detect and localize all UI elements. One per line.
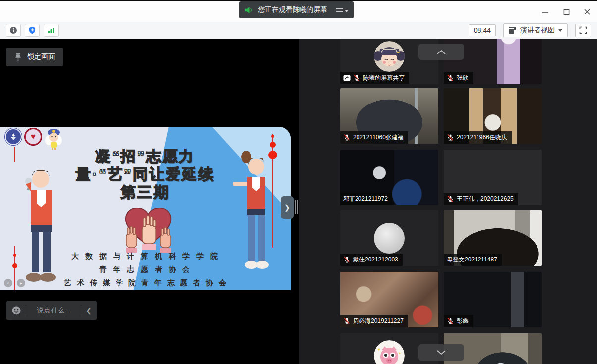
- participant-name: 周必海2019211227: [353, 317, 404, 325]
- speaker-icon: [244, 6, 254, 14]
- participant-tile[interactable]: 邓菲2021211972: [340, 150, 438, 205]
- participant-name-label: 张欣: [444, 72, 473, 84]
- org-line1: 大数据与计算机科学学院: [34, 249, 262, 262]
- mic-muted-icon: [447, 195, 454, 203]
- titlebar: 您正在观看陈曦的屏幕: [0, 0, 597, 22]
- org-line3: 艺术传媒学院青年志愿者协会: [34, 276, 262, 289]
- participant-tile[interactable]: 彭鑫: [444, 272, 542, 327]
- volunteer-logo-heart: ♥: [25, 128, 42, 145]
- red-dot: [12, 263, 17, 268]
- chat-quick-bar: 说点什么... ❮: [6, 301, 97, 320]
- slide-prev-icon: ‹: [4, 279, 12, 287]
- banner-menu-icon[interactable]: [336, 7, 349, 12]
- content-area: 锁定画面 ♥: [0, 39, 597, 364]
- menu-caret: [345, 10, 349, 12]
- meeting-window: 您正在观看陈曦的屏幕: [0, 0, 597, 364]
- mic-muted-icon: [447, 74, 454, 82]
- participant-tile[interactable]: 王正伟，2020212625: [444, 150, 542, 205]
- view-mode-label: 演讲者视图: [520, 26, 555, 35]
- menu-bars: [336, 8, 343, 12]
- shared-poster-slide: ♥ 凝“招”志愿力 量·“艺”: [0, 127, 291, 290]
- participant-name: 2021211966任晓庆: [457, 133, 507, 142]
- chevron-up-icon: [435, 49, 447, 55]
- red-dot: [270, 142, 276, 148]
- window-controls: [541, 1, 591, 23]
- shield-icon: [28, 26, 36, 34]
- fullscreen-button[interactable]: [575, 24, 591, 37]
- toolbar: 08:44 演讲者视图: [0, 22, 597, 39]
- participant-tile[interactable]: 母登文2021211487: [444, 210, 542, 266]
- divider: [26, 306, 26, 315]
- participant-name: 王正伟，2020212625: [457, 195, 514, 203]
- participant-tile[interactable]: 戴佳2021212003: [340, 210, 438, 266]
- participant-tile[interactable]: 2021211060张建福: [340, 88, 438, 144]
- poster-organizations: 大数据与计算机科学学院 青年志愿者协会 艺术传媒学院青年志愿者协会: [34, 249, 262, 289]
- participant-name-label: 邓菲2021211972: [340, 193, 392, 205]
- org-line2: 青年志愿者协会: [34, 262, 262, 276]
- participant-name-label: 2021211060张建福: [340, 131, 408, 144]
- mic-muted-icon: [343, 256, 351, 263]
- view-mode-selector[interactable]: 演讲者视图: [503, 23, 568, 37]
- mic-muted-icon: [447, 317, 454, 325]
- emoji-icon[interactable]: [11, 306, 21, 315]
- fullscreen-icon: [579, 26, 587, 34]
- participant-name: 母登文2021211487: [447, 256, 497, 264]
- layout-view-icon: [509, 26, 517, 34]
- red-dot: [268, 151, 277, 159]
- mic-muted-icon: [353, 74, 360, 82]
- participant-name: 2021211060张建福: [353, 133, 404, 142]
- anime-avatar: [374, 41, 405, 72]
- mascot-illustration: [45, 128, 62, 150]
- participant-name: 戴佳2021212003: [353, 256, 398, 264]
- participant-name-label: 彭鑫: [444, 315, 473, 327]
- chevron-down-icon: [435, 350, 447, 356]
- participant-name-label: 周必海2019211227: [340, 315, 408, 327]
- mic-muted-icon: [343, 134, 351, 141]
- maximize-button[interactable]: [562, 8, 570, 16]
- chat-collapse-icon[interactable]: ❮: [86, 307, 92, 314]
- participant-name-label: 陈曦的屏幕共享: [340, 72, 409, 84]
- participant-name: 张欣: [457, 74, 469, 82]
- slide-play-icon: ▸: [17, 279, 25, 287]
- participant-tile[interactable]: 周必海2019211227: [340, 272, 438, 327]
- banner-text: 您正在观看陈曦的屏幕: [258, 5, 327, 14]
- panel-collapse-handle[interactable]: ❯: [281, 196, 294, 219]
- pin-icon: [14, 53, 22, 61]
- participant-name: 陈曦的屏幕共享: [363, 74, 405, 82]
- mic-muted-icon: [447, 134, 454, 141]
- participant-name-label: 王正伟，2020212625: [444, 193, 518, 205]
- info-icon: [9, 26, 17, 34]
- red-dot: [271, 135, 274, 138]
- participant-name: 彭鑫: [457, 317, 469, 325]
- red-line-top-left: [14, 147, 15, 162]
- network-signal-button[interactable]: [44, 24, 59, 37]
- toolbar-right: 08:44 演讲者视图: [469, 23, 591, 37]
- chat-input[interactable]: 说点什么...: [31, 306, 76, 315]
- security-button[interactable]: [25, 24, 40, 37]
- screen-share-icon: [343, 74, 351, 82]
- chevron-down-icon: [558, 29, 562, 32]
- lock-view-button[interactable]: 锁定画面: [6, 48, 63, 66]
- close-button[interactable]: [583, 8, 591, 16]
- fabric-avatar: [374, 223, 405, 254]
- pig-avatar: [374, 340, 405, 364]
- college-logo-blue: [5, 128, 22, 145]
- chevron-right-icon: ❯: [284, 203, 291, 212]
- watching-banner: 您正在观看陈曦的屏幕: [239, 1, 354, 18]
- panel-resize-handle[interactable]: [295, 200, 298, 214]
- scroll-down-button[interactable]: [418, 344, 464, 361]
- signal-bars-icon: [47, 26, 55, 34]
- minimize-button[interactable]: [541, 8, 549, 16]
- meeting-timer: 08:44: [469, 24, 496, 36]
- participant-tile[interactable]: 2021211966任晓庆: [444, 88, 542, 144]
- heart-glyph: ♥: [31, 132, 36, 142]
- slideshow-controls: ‹ ▸: [4, 279, 25, 287]
- scroll-up-button[interactable]: [418, 44, 464, 60]
- participant-name-label: 母登文2021211487: [444, 254, 502, 266]
- participant-name-label: 戴佳2021212003: [340, 254, 403, 266]
- meeting-info-button[interactable]: [6, 24, 21, 37]
- shared-screen-stage: 锁定画面 ♥: [0, 39, 299, 364]
- mic-muted-icon: [343, 317, 351, 325]
- lock-view-label: 锁定画面: [27, 52, 55, 61]
- participant-name: 邓菲2021211972: [343, 195, 388, 203]
